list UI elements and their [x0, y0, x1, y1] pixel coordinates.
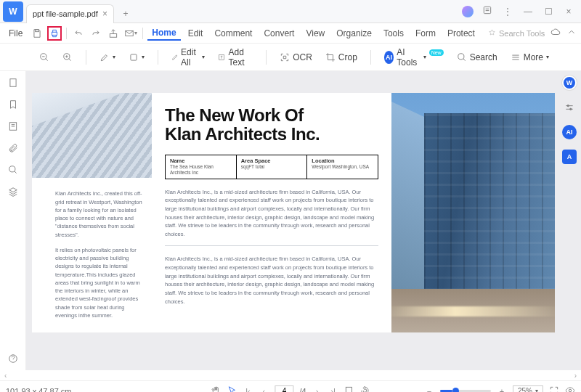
scroll-left-icon[interactable]: ‹ [4, 372, 7, 380]
more-label: More [524, 52, 543, 62]
table-h2: Area Space [241, 158, 303, 164]
menu-view[interactable]: View [301, 27, 329, 40]
menu-tools[interactable]: Tools [379, 27, 408, 40]
search-rail-icon[interactable] [7, 164, 19, 176]
prev-page-icon[interactable]: ‹ [259, 387, 269, 393]
undo-icon[interactable] [71, 26, 86, 41]
svg-point-14 [567, 105, 569, 107]
user-avatar[interactable] [462, 6, 474, 17]
rotate-icon[interactable] [360, 385, 370, 393]
zoom-value: 25% [518, 387, 532, 392]
svg-point-9 [458, 53, 463, 59]
print-icon[interactable] [47, 26, 62, 41]
dimensions-readout: 101.93 x 47.87 cm [6, 387, 72, 393]
read-mode-icon[interactable] [565, 385, 575, 393]
app-float-icon[interactable]: A [562, 150, 577, 164]
shape-button[interactable]: ▾ [126, 51, 147, 64]
menu-home[interactable]: Home [147, 26, 180, 41]
ocr-button[interactable]: OCR [277, 51, 315, 64]
svg-rect-16 [346, 387, 352, 392]
paragraph-1: Klan Architects Inc., is a mid-sized arc… [165, 188, 378, 247]
ai-icon: AI [384, 51, 394, 64]
crop-button[interactable]: Crop [322, 51, 360, 64]
svg-rect-1 [36, 29, 39, 31]
comments-icon[interactable] [7, 121, 19, 132]
next-page-icon[interactable]: › [312, 387, 322, 393]
add-tab-button[interactable]: + [118, 9, 133, 19]
page-input[interactable] [275, 385, 293, 393]
table-h3: Location [312, 158, 373, 164]
search-button[interactable]: Search [454, 51, 500, 64]
table-v2: sqqFT total [241, 164, 303, 170]
building-detail-image [32, 93, 152, 178]
zoom-out-icon[interactable]: − [424, 387, 434, 393]
highlighter-button[interactable]: ▾ [97, 51, 118, 64]
add-text-button[interactable]: Add Text [215, 46, 256, 69]
floating-tools: W AI A [562, 75, 577, 164]
new-badge: New [429, 49, 444, 56]
zoom-out-button[interactable] [36, 51, 52, 64]
minimize-button[interactable]: — [521, 7, 535, 17]
redo-icon[interactable] [89, 26, 103, 41]
hand-tool-icon[interactable] [211, 385, 221, 393]
attachments-icon[interactable] [7, 142, 19, 154]
document-viewer[interactable]: Klan Architects Inc., created this off-g… [26, 71, 581, 370]
mail-icon[interactable]: ▾ [123, 26, 138, 41]
paragraph-2: Klan Architects Inc., is a mid-sized arc… [165, 255, 378, 313]
bookmarks-icon[interactable] [7, 99, 19, 110]
menu-protect[interactable]: Protect [443, 27, 479, 40]
select-tool-icon[interactable] [227, 385, 237, 393]
table-v1: The Sea House Klan Architects Inc [170, 164, 232, 176]
ai-tools-label: AI Tools [397, 47, 420, 68]
menu-convert[interactable]: Convert [259, 27, 298, 40]
collapse-ribbon-icon[interactable] [566, 27, 577, 39]
notes-icon[interactable] [481, 5, 494, 17]
save-icon[interactable] [30, 26, 44, 41]
menu-comment[interactable]: Comment [210, 27, 256, 40]
document-tab[interactable]: ppt file-sample.pdf × [26, 4, 114, 23]
hero-image [391, 93, 555, 332]
search-tools[interactable]: Search Tools [488, 29, 545, 38]
layers-icon[interactable] [7, 186, 19, 197]
fit-page-icon[interactable] [549, 385, 559, 393]
first-page-icon[interactable]: |‹ [243, 387, 253, 393]
scroll-right-icon[interactable]: › [574, 372, 577, 380]
share-icon[interactable] [106, 26, 121, 41]
svg-rect-3 [110, 33, 117, 37]
svg-point-17 [569, 389, 572, 392]
menu-organize[interactable]: Organize [332, 27, 376, 40]
zoom-in-button[interactable] [60, 51, 76, 64]
cloud-icon[interactable] [550, 27, 561, 39]
page: Klan Architects Inc., created this off-g… [32, 93, 555, 332]
fit-width-icon[interactable] [344, 385, 354, 393]
edit-all-button[interactable]: Edit All▾ [168, 46, 208, 69]
doc-title-line2: Klan Architects Inc. [165, 125, 378, 144]
page-left-column: Klan Architects Inc., created this off-g… [32, 93, 152, 332]
close-window-button[interactable]: × [562, 7, 575, 17]
menu-edit[interactable]: Edit [184, 27, 208, 40]
ai-tools-button[interactable]: AIAI Tools▾New [381, 46, 447, 69]
more-button[interactable]: More▾ [508, 51, 552, 64]
sliders-icon[interactable] [562, 100, 577, 115]
table-v3: Westport Washington, USA [312, 164, 373, 170]
kebab-icon[interactable]: ⋮ [501, 7, 514, 17]
horizontal-scroll[interactable]: ‹ › [0, 370, 581, 380]
titlebar: W ppt file-sample.pdf × + ⋮ — ☐ × [0, 0, 581, 23]
crop-label: Crop [338, 52, 357, 62]
left-paragraph-1: Klan Architects Inc., created this off-g… [55, 189, 143, 239]
menu-file[interactable]: File [4, 27, 27, 40]
search-label: Search [470, 52, 497, 62]
zoom-readout[interactable]: 25%▾ [513, 385, 543, 392]
convert-word-icon[interactable]: W [562, 75, 577, 90]
last-page-icon[interactable]: ›| [328, 387, 338, 393]
zoom-in-icon[interactable]: + [497, 387, 507, 393]
page-total: /4 [299, 387, 306, 393]
maximize-button[interactable]: ☐ [542, 7, 555, 17]
thumbnails-icon[interactable] [7, 77, 19, 89]
help-icon[interactable] [7, 353, 19, 364]
svg-rect-2 [52, 32, 57, 35]
menu-form[interactable]: Form [411, 27, 440, 40]
ai-float-icon[interactable]: AI [562, 125, 577, 139]
close-tab-icon[interactable]: × [102, 9, 107, 19]
info-table: NameThe Sea House Klan Architects Inc Ar… [165, 155, 378, 179]
